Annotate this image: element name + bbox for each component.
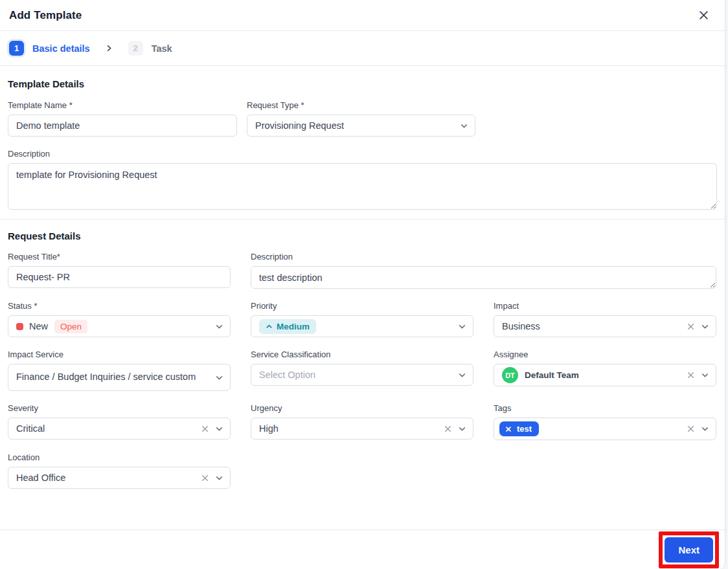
impact-service-select[interactable]: Finance / Budget Inquiries / service cus… xyxy=(8,364,231,391)
template-details-heading: Template Details xyxy=(8,78,717,89)
add-template-dialog: Add Template 1 Basic details 2 Task Temp… xyxy=(0,0,725,569)
clear-icon[interactable] xyxy=(444,425,452,433)
service-classification-placeholder: Select Option xyxy=(259,370,458,380)
impact-service-value: Finance / Budget Inquiries / service cus… xyxy=(16,372,201,383)
template-description-field-group: Description template for Provisioning Re… xyxy=(8,149,717,210)
assignee-field-group: Assignee DT Default Team xyxy=(494,350,716,386)
tags-label: Tags xyxy=(494,403,716,413)
priority-select[interactable]: Medium xyxy=(251,315,473,337)
location-label: Location xyxy=(8,452,231,462)
impact-select[interactable]: Business xyxy=(494,315,716,337)
template-name-input[interactable] xyxy=(8,115,237,137)
dialog-body: Template Details Template Name * Request… xyxy=(0,66,725,530)
clear-icon[interactable] xyxy=(201,474,209,482)
status-value: New xyxy=(29,321,48,331)
chevron-down-icon[interactable] xyxy=(458,425,466,433)
highlight-annotation: Next xyxy=(659,531,719,568)
dialog-header: Add Template xyxy=(0,0,725,31)
assignee-value: Default Team xyxy=(525,370,687,380)
service-classification-field-group: Service Classification Select Option xyxy=(251,350,473,386)
impact-field-group: Impact Business xyxy=(494,301,716,337)
service-classification-select[interactable]: Select Option xyxy=(251,364,473,386)
template-name-label: Template Name * xyxy=(8,100,237,110)
step-number-1: 1 xyxy=(9,41,24,56)
status-color-dot xyxy=(16,323,23,330)
stepper: 1 Basic details 2 Task xyxy=(0,31,725,66)
next-button[interactable]: Next xyxy=(665,537,713,563)
chevron-right-icon xyxy=(106,45,113,52)
clear-icon[interactable] xyxy=(687,425,695,433)
close-icon[interactable] xyxy=(696,8,711,23)
status-open-badge: Open xyxy=(54,320,87,333)
assignee-select[interactable]: DT Default Team xyxy=(494,364,716,386)
assignee-label: Assignee xyxy=(494,350,716,359)
location-value: Head Office xyxy=(16,473,201,483)
priority-badge: Medium xyxy=(259,319,316,334)
request-title-input[interactable] xyxy=(8,266,231,288)
request-description-textarea[interactable]: test description xyxy=(251,266,716,289)
dialog-title: Add Template xyxy=(9,9,82,22)
severity-select[interactable]: Critical xyxy=(8,418,231,440)
tag-chip-label: test xyxy=(517,424,532,434)
urgency-select[interactable]: High xyxy=(251,418,473,440)
template-name-field-group: Template Name * xyxy=(8,100,237,137)
chevron-down-icon[interactable] xyxy=(701,425,709,433)
urgency-field-group: Urgency High xyxy=(251,403,473,440)
tags-field-group: Tags test xyxy=(494,403,716,440)
clear-icon[interactable] xyxy=(201,425,209,433)
step-label-task: Task xyxy=(152,43,172,54)
location-field-group: Location Head Office xyxy=(8,452,231,489)
chevron-down-icon[interactable] xyxy=(215,374,223,382)
chevron-down-icon[interactable] xyxy=(215,474,223,482)
step-label-basic-details: Basic details xyxy=(32,43,90,54)
request-details-heading: Request Details xyxy=(8,230,717,241)
chevron-down-icon[interactable] xyxy=(458,371,466,379)
remove-tag-icon[interactable] xyxy=(505,426,512,432)
clear-icon[interactable] xyxy=(687,371,695,379)
request-description-label: Description xyxy=(251,252,716,262)
request-title-field-group: Request Title* xyxy=(8,252,231,288)
severity-label: Severity xyxy=(8,403,231,413)
chevron-down-icon[interactable] xyxy=(701,371,709,379)
clear-icon[interactable] xyxy=(687,322,695,331)
status-select[interactable]: New Open xyxy=(8,315,231,337)
request-type-field-group: Request Type * Provisioning Request xyxy=(247,100,475,137)
dialog-footer: Next xyxy=(0,530,725,569)
tags-select[interactable]: test xyxy=(494,418,716,440)
chevron-down-icon[interactable] xyxy=(215,322,223,331)
priority-value: Medium xyxy=(277,322,310,331)
chevron-down-icon[interactable] xyxy=(458,322,466,331)
urgency-label: Urgency xyxy=(251,403,473,413)
template-description-label: Description xyxy=(8,149,717,159)
priority-label: Priority xyxy=(251,301,473,311)
severity-field-group: Severity Critical xyxy=(8,403,231,440)
service-classification-label: Service Classification xyxy=(251,350,473,359)
chevron-down-icon[interactable] xyxy=(460,122,468,130)
impact-service-label: Impact Service xyxy=(8,350,231,359)
tag-chip: test xyxy=(499,421,539,436)
chevron-up-icon xyxy=(266,323,273,330)
chevron-down-icon[interactable] xyxy=(215,425,223,433)
severity-value: Critical xyxy=(16,423,201,434)
status-field-group: Status * New Open xyxy=(8,301,231,337)
location-select[interactable]: Head Office xyxy=(8,467,231,489)
priority-field-group: Priority Medium xyxy=(251,301,473,337)
request-type-value: Provisioning Request xyxy=(255,120,460,131)
status-label: Status * xyxy=(8,301,231,311)
assignee-avatar: DT xyxy=(502,367,518,383)
impact-value: Business xyxy=(502,321,687,331)
template-description-textarea[interactable]: template for Provisioning Request xyxy=(8,163,717,210)
step-number-2: 2 xyxy=(128,41,143,56)
chevron-down-icon[interactable] xyxy=(701,322,709,331)
request-type-select[interactable]: Provisioning Request xyxy=(247,115,475,137)
request-description-field-group: Description test description xyxy=(251,252,716,289)
request-title-label: Request Title* xyxy=(8,252,231,262)
step-basic-details[interactable]: 1 Basic details xyxy=(9,41,90,56)
impact-label: Impact xyxy=(494,301,716,311)
step-task[interactable]: 2 Task xyxy=(128,41,172,56)
section-divider xyxy=(0,219,725,219)
request-type-label: Request Type * xyxy=(247,100,475,110)
impact-service-field-group: Impact Service Finance / Budget Inquirie… xyxy=(8,350,231,391)
urgency-value: High xyxy=(259,423,444,434)
